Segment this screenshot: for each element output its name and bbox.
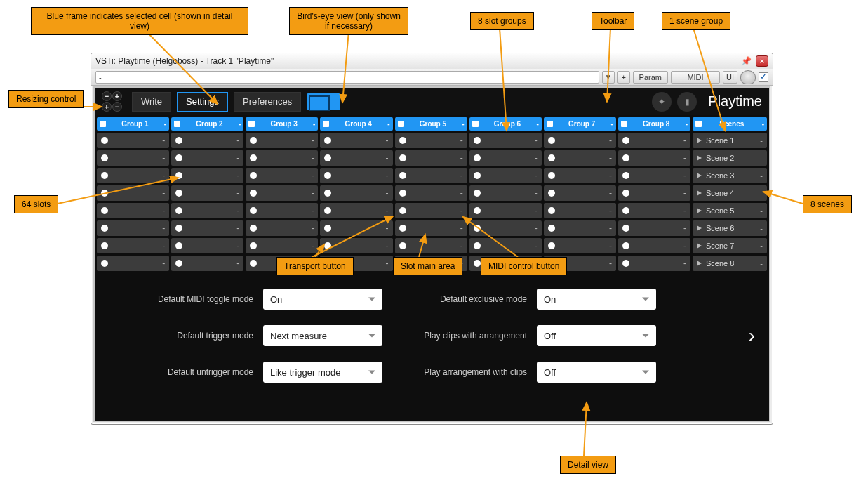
clip-slot[interactable]: -: [246, 168, 318, 183]
transport-icon[interactable]: [474, 154, 481, 161]
clip-slot[interactable]: -: [544, 203, 616, 218]
stop-icon[interactable]: [323, 121, 329, 127]
midi-control-button[interactable]: [215, 150, 228, 166]
play-icon[interactable]: [697, 243, 702, 249]
clip-slot[interactable]: -: [320, 238, 392, 253]
slot-menu-icon[interactable]: -: [609, 136, 612, 145]
transport-icon[interactable]: [399, 225, 406, 232]
transport-icon[interactable]: [101, 225, 108, 232]
bypass-knob[interactable]: [740, 70, 756, 84]
slot-main-area[interactable]: [335, 133, 364, 148]
transport-icon[interactable]: [175, 242, 182, 249]
slot-menu-icon[interactable]: -: [236, 206, 239, 216]
transport-icon[interactable]: [324, 207, 331, 214]
slot-main-area[interactable]: [634, 168, 662, 183]
slot-main-area[interactable]: [634, 238, 662, 253]
midi-control-button[interactable]: [662, 150, 675, 166]
group-header[interactable]: Group 8-: [618, 117, 690, 131]
slot-main-area[interactable]: [187, 256, 215, 271]
slot-main-area[interactable]: [261, 133, 290, 148]
slot-menu-icon[interactable]: -: [460, 206, 463, 216]
clip-slot[interactable]: -: [97, 203, 169, 218]
midi-control-button[interactable]: [141, 238, 154, 253]
midi-control-button[interactable]: [439, 168, 452, 183]
midi-control-button[interactable]: [514, 133, 526, 148]
transport-icon[interactable]: [175, 154, 182, 161]
clip-slot[interactable]: -: [246, 203, 318, 218]
clip-slot[interactable]: -: [97, 168, 169, 183]
midi-control-button[interactable]: [588, 220, 601, 236]
slot-main-area[interactable]: [485, 168, 514, 183]
slot-main-area[interactable]: [485, 185, 514, 201]
transport-icon[interactable]: [175, 260, 182, 267]
clip-slot[interactable]: -: [97, 220, 169, 236]
midi-control-button[interactable]: [141, 220, 154, 236]
transport-icon[interactable]: [622, 260, 629, 267]
clip-slot[interactable]: -: [320, 150, 392, 166]
enable-checkbox[interactable]: [759, 72, 768, 82]
slot-menu-icon[interactable]: -: [386, 188, 389, 198]
midi-control-button[interactable]: [662, 203, 675, 218]
midi-control-button[interactable]: [662, 168, 675, 183]
transport-icon[interactable]: [548, 137, 555, 144]
midi-control-button[interactable]: [662, 220, 675, 236]
slot-main-area[interactable]: [187, 133, 215, 148]
slot-menu-icon[interactable]: -: [162, 188, 165, 198]
slot-main-area[interactable]: [410, 203, 439, 218]
clip-slot[interactable]: -: [618, 133, 690, 148]
slot-main-area[interactable]: [261, 220, 290, 236]
slot-menu-icon[interactable]: -: [386, 223, 389, 233]
scene-slot[interactable]: Scene 6-: [693, 220, 767, 236]
slot-menu-icon[interactable]: -: [683, 153, 686, 163]
slot-main-area[interactable]: [335, 220, 364, 236]
write-button[interactable]: Write: [132, 92, 171, 112]
clip-slot[interactable]: -: [618, 185, 690, 201]
slot-menu-icon[interactable]: -: [683, 223, 686, 233]
slot-menu-icon[interactable]: -: [386, 171, 389, 180]
clip-slot[interactable]: -: [171, 133, 243, 148]
scene-menu-icon[interactable]: -: [760, 224, 763, 232]
resize-control[interactable]: − + + −: [102, 91, 122, 112]
clip-slot[interactable]: -: [469, 150, 542, 166]
clip-slot[interactable]: -: [171, 168, 243, 183]
midi-control-button[interactable]: [588, 150, 601, 166]
midi-control-button[interactable]: [215, 185, 228, 201]
slot-main-area[interactable]: [485, 150, 514, 166]
midi-control-button[interactable]: [365, 256, 378, 271]
group-menu-icon[interactable]: -: [313, 120, 315, 128]
midi-control-button[interactable]: [588, 133, 601, 148]
slot-main-area[interactable]: [634, 220, 662, 236]
slot-main-area[interactable]: [559, 203, 588, 218]
transport-icon[interactable]: [399, 172, 406, 179]
slot-main-area[interactable]: [187, 185, 215, 201]
transport-icon[interactable]: [622, 207, 629, 214]
transport-icon[interactable]: [548, 225, 555, 232]
transport-icon[interactable]: [548, 154, 555, 161]
midi-control-button[interactable]: [141, 185, 154, 201]
clip-slot[interactable]: -: [544, 168, 616, 183]
next-page-icon[interactable]: ›: [749, 324, 755, 347]
transport-icon[interactable]: [399, 137, 406, 144]
slot-menu-icon[interactable]: -: [386, 206, 389, 216]
midi-control-button[interactable]: [588, 256, 601, 271]
slot-menu-icon[interactable]: -: [236, 188, 239, 198]
slot-main-area[interactable]: [410, 238, 439, 253]
midi-button[interactable]: MIDI: [671, 71, 720, 84]
group-header[interactable]: Group 7-: [544, 117, 616, 131]
slot-menu-icon[interactable]: -: [236, 136, 239, 145]
midi-control-button[interactable]: [215, 238, 228, 253]
slot-menu-icon[interactable]: -: [609, 171, 612, 180]
slot-menu-icon[interactable]: -: [609, 258, 612, 268]
midi-control-button[interactable]: [290, 133, 302, 148]
preset-select[interactable]: -: [95, 71, 599, 84]
midi-control-button[interactable]: [439, 185, 452, 201]
midi-control-button[interactable]: [141, 168, 154, 183]
transport-icon[interactable]: [101, 137, 108, 144]
midi-control-button[interactable]: [439, 133, 452, 148]
clip-slot[interactable]: -: [395, 238, 467, 253]
transport-icon[interactable]: [101, 207, 108, 214]
slot-menu-icon[interactable]: -: [609, 206, 612, 216]
slot-main-area[interactable]: [187, 150, 215, 166]
slot-main-area[interactable]: [559, 238, 588, 253]
close-icon[interactable]: ×: [756, 55, 768, 67]
